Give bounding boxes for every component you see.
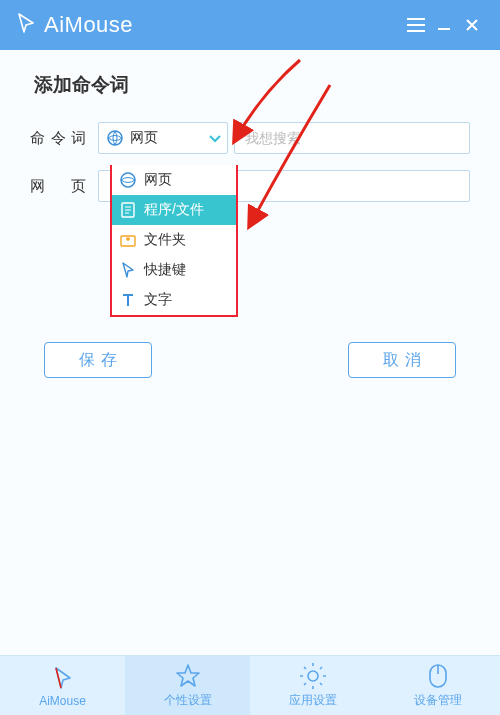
- dropdown-item-label: 网页: [144, 171, 172, 189]
- nav-label: AiMouse: [39, 694, 86, 708]
- svg-point-0: [108, 131, 122, 145]
- globe-icon: [105, 128, 125, 148]
- app-name: AiMouse: [44, 12, 133, 38]
- dropdown-item-folder[interactable]: 文件夹: [112, 225, 236, 255]
- svg-point-4: [308, 671, 318, 681]
- mouse-icon: [427, 662, 449, 690]
- menu-button[interactable]: [402, 11, 430, 39]
- dropdown-item-shortcut[interactable]: 快捷键: [112, 255, 236, 285]
- nav-device-mgmt[interactable]: 设备管理: [375, 656, 500, 715]
- bottom-nav: AiMouse 个性设置 应用设置 设备管理: [0, 655, 500, 715]
- cmdword-selected: 网页: [130, 129, 209, 147]
- nav-label: 应用设置: [289, 692, 337, 709]
- titlebar: AiMouse: [0, 0, 500, 50]
- file-icon: [118, 200, 138, 220]
- minimize-button[interactable]: [430, 11, 458, 39]
- content-area: 添加命令词 命令词 网页 网 页 保存 取消: [0, 50, 500, 655]
- cmdword-label: 命令词: [30, 129, 98, 148]
- gear-icon: [299, 662, 327, 690]
- row-cmdword: 命令词 网页: [30, 122, 470, 154]
- cmdword-input[interactable]: [234, 122, 470, 154]
- cursor-icon: [51, 664, 75, 692]
- dropdown-item-label: 文件夹: [144, 231, 186, 249]
- dropdown-item-web[interactable]: 网页: [112, 165, 236, 195]
- dropdown-item-text[interactable]: 文字: [112, 285, 236, 315]
- dropdown-item-program[interactable]: 程序/文件: [112, 195, 236, 225]
- app-logo: AiMouse: [14, 11, 133, 39]
- cmdword-type-select[interactable]: 网页: [98, 122, 228, 154]
- save-button[interactable]: 保存: [44, 342, 152, 378]
- nav-label: 个性设置: [164, 692, 212, 709]
- nav-label: 设备管理: [414, 692, 462, 709]
- dropdown-item-label: 文字: [144, 291, 172, 309]
- row-webpage: 网 页: [30, 170, 470, 202]
- button-row: 保存 取消: [30, 342, 470, 378]
- page-title: 添加命令词: [34, 72, 470, 98]
- dropdown-item-label: 快捷键: [144, 261, 186, 279]
- chevron-down-icon: [209, 129, 221, 147]
- text-icon: [118, 290, 138, 310]
- cmdword-dropdown[interactable]: 网页 程序/文件 文件夹 快捷键 文字: [110, 165, 238, 317]
- cursor-icon: [14, 11, 38, 39]
- nav-aimouse[interactable]: AiMouse: [0, 656, 125, 715]
- cancel-button[interactable]: 取消: [348, 342, 456, 378]
- webpage-label: 网 页: [30, 177, 98, 196]
- star-icon: [174, 662, 202, 690]
- close-button[interactable]: [458, 11, 486, 39]
- nav-personal-settings[interactable]: 个性设置: [125, 656, 250, 715]
- dropdown-item-label: 程序/文件: [144, 201, 204, 219]
- svg-point-1: [121, 173, 135, 187]
- globe-icon: [118, 170, 138, 190]
- cursor-icon: [118, 260, 138, 280]
- nav-app-settings[interactable]: 应用设置: [250, 656, 375, 715]
- folder-icon: [118, 230, 138, 250]
